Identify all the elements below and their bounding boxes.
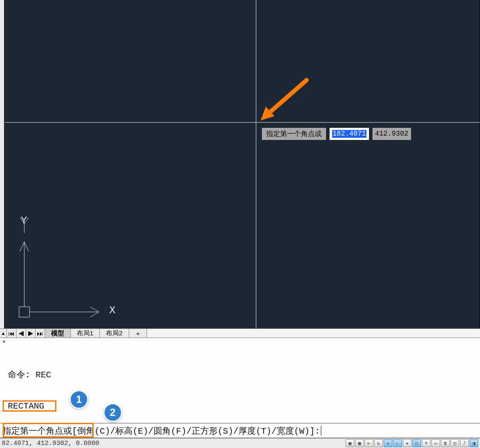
- ucs-icon: X Y: [16, 216, 116, 324]
- history-line: 命令: REC: [8, 370, 478, 380]
- annotation-arrow-icon: [259, 78, 311, 126]
- crosshair-vertical: [256, 0, 256, 328]
- layout-tab-strip: ▲ ⏮ ◀ ▶ ⏭ 模型 布局1 布局2 +: [0, 328, 480, 338]
- status-toggle-tray: ▦ ▦ ⊢ ↻ ✛ ∟ ✶ ◻ ≡ ▭ ≣ ◫ ⤴ ◨: [346, 439, 480, 447]
- tab-strip-fill: [147, 329, 480, 338]
- dynamic-prompt-label: 指定第一个角点或: [261, 127, 327, 140]
- tab-layout2[interactable]: 布局2: [100, 329, 129, 338]
- history-line: RECTANG: [8, 401, 478, 412]
- status-dyn-input-icon[interactable]: ✛: [384, 439, 392, 447]
- svg-rect-2: [19, 307, 29, 317]
- status-ortho-icon[interactable]: ∟: [393, 439, 402, 447]
- tab-layout1[interactable]: 布局1: [71, 329, 100, 338]
- drawing-canvas[interactable]: 指定第一个角点或 182.4071 412.9302: [4, 0, 480, 328]
- command-caret: [321, 426, 321, 435]
- status-bar: 82.4071, 412.9302, 0.0000 ▦ ▦ ⊢ ↻ ✛ ∟ ✶ …: [0, 438, 480, 448]
- command-options: [倒角(C)/标高(E)/圆角(F)/正方形(S)/厚度(T)/宽度(W)]:: [72, 425, 320, 437]
- status-polar-icon[interactable]: ✶: [403, 439, 411, 447]
- status-infer-icon[interactable]: ⊢: [365, 439, 373, 447]
- tab-nav-prev[interactable]: ◀: [16, 329, 26, 338]
- ucs-y-label: Y: [21, 215, 27, 227]
- crosshair-horizontal: [5, 122, 480, 123]
- status-otrack-icon[interactable]: ▭: [431, 439, 440, 447]
- status-grid-snap-icon[interactable]: ▦: [355, 439, 364, 447]
- tab-add[interactable]: +: [129, 329, 147, 338]
- status-transparency-icon[interactable]: ◫: [451, 439, 459, 447]
- command-history[interactable]: ✕ 命令: REC RECTANG 指定第一个角点或 [倒角(C)/标高(E)/…: [0, 338, 480, 423]
- status-osnap-icon[interactable]: ◻: [412, 439, 421, 447]
- history-scroll-up[interactable]: ▲: [0, 329, 7, 338]
- status-3dosnap-icon[interactable]: ≡: [422, 439, 431, 447]
- dynamic-input-tooltip: 指定第一个角点或 182.4071 412.9302: [261, 127, 411, 140]
- command-line[interactable]: 指定第一个角点或 [倒角(C)/标高(E)/圆角(F)/正方形(S)/厚度(T)…: [0, 423, 480, 438]
- dynamic-y-input[interactable]: 412.9302: [372, 127, 411, 140]
- left-gutter: [0, 0, 4, 328]
- dynamic-x-input[interactable]: 182.4071: [329, 127, 369, 140]
- ucs-x-label: X: [109, 305, 115, 316]
- status-cycle-icon[interactable]: ◨: [470, 439, 478, 447]
- tab-nav-last[interactable]: ⏭: [36, 329, 45, 338]
- status-dyn-ucs-icon[interactable]: ↻: [374, 439, 383, 447]
- status-quick-props-icon[interactable]: ⤴: [460, 439, 469, 447]
- tab-model[interactable]: 模型: [45, 329, 71, 338]
- tab-nav-first[interactable]: ⏮: [7, 329, 16, 338]
- coordinate-readout[interactable]: 82.4071, 412.9302, 0.0000: [0, 440, 103, 447]
- command-prompt-current: 指定第一个角点或: [0, 425, 72, 437]
- status-lineweight-icon[interactable]: ≣: [441, 439, 450, 447]
- svg-line-0: [268, 80, 307, 114]
- tab-nav-next[interactable]: ▶: [26, 329, 36, 338]
- close-icon[interactable]: ✕: [1, 339, 7, 345]
- status-grid-display-icon[interactable]: ▦: [346, 439, 354, 447]
